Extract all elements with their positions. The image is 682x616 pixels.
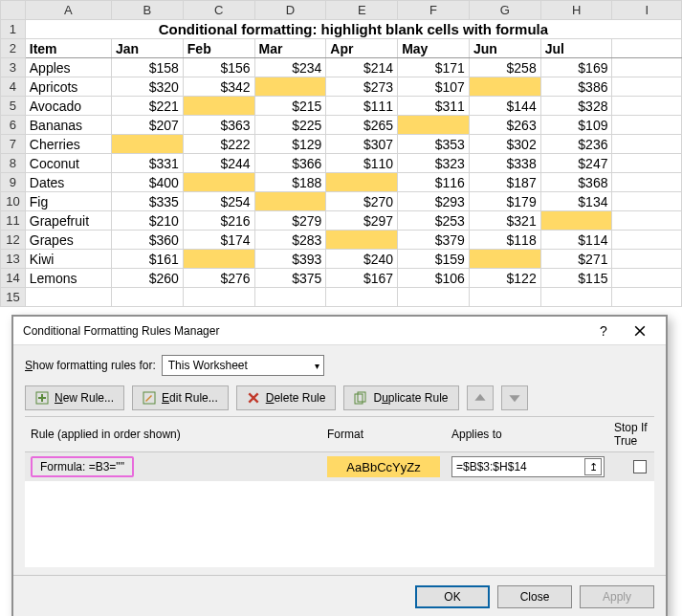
cell[interactable]: $360 (112, 231, 184, 250)
column-header[interactable]: C (183, 1, 254, 20)
cell[interactable]: Item (25, 39, 111, 58)
row-header[interactable]: 7 (1, 135, 26, 154)
new-rule-button[interactable]: New Rule... (25, 385, 124, 410)
cell[interactable]: $273 (326, 77, 398, 97)
cell[interactable]: $122 (469, 269, 540, 288)
row-header[interactable]: 14 (1, 269, 26, 288)
cell[interactable]: Mar (254, 39, 326, 58)
cell[interactable]: $110 (326, 154, 398, 173)
move-down-button[interactable] (501, 385, 528, 410)
column-header[interactable]: D (254, 1, 326, 20)
cell[interactable]: $179 (469, 192, 540, 211)
sheet-title[interactable]: Conditional formatting: highlight blank … (25, 20, 681, 39)
cell[interactable]: $297 (326, 211, 398, 231)
row-header[interactable]: 6 (1, 116, 26, 135)
cell[interactable]: Bananas (25, 116, 111, 135)
cell[interactable]: $331 (112, 154, 184, 173)
cell[interactable]: $283 (254, 231, 326, 250)
cell[interactable]: $271 (540, 250, 612, 269)
row-header[interactable]: 4 (1, 77, 26, 97)
column-header[interactable]: G (469, 1, 540, 20)
cell[interactable]: $320 (112, 77, 184, 97)
help-button[interactable]: ? (585, 319, 622, 343)
dialog-titlebar[interactable]: Conditional Formatting Rules Manager ? (13, 317, 666, 345)
apply-button[interactable]: Apply (580, 585, 654, 608)
row-header[interactable]: 13 (1, 250, 26, 269)
cell[interactable]: Fig (25, 192, 111, 211)
applies-to-input[interactable]: =$B$3:$H$14 ↥ (451, 456, 605, 477)
rule-row[interactable]: Formula: =B3="" AaBbCcYyZz =$B$3:$H$14 ↥ (25, 452, 654, 481)
row-header[interactable]: 11 (1, 211, 26, 231)
cell[interactable]: Grapes (25, 231, 111, 250)
cell[interactable]: $293 (398, 192, 470, 211)
cell[interactable]: $263 (469, 116, 540, 135)
cell[interactable]: $167 (326, 269, 398, 288)
cell[interactable]: Lemons (25, 269, 111, 288)
cell[interactable]: Cherries (25, 135, 111, 154)
cell[interactable] (183, 97, 254, 116)
cell[interactable]: $188 (254, 173, 326, 192)
cell[interactable]: $363 (183, 116, 254, 135)
cell[interactable]: $328 (540, 97, 612, 116)
cell[interactable]: $338 (469, 154, 540, 173)
cell[interactable]: $134 (540, 192, 612, 211)
move-up-button[interactable] (467, 385, 494, 410)
row-header[interactable]: 5 (1, 97, 26, 116)
cell[interactable]: $116 (398, 173, 470, 192)
cell[interactable]: Coconut (25, 154, 111, 173)
cell[interactable]: $302 (469, 135, 540, 154)
cell[interactable]: May (398, 39, 470, 58)
column-header[interactable]: E (326, 1, 398, 20)
cell[interactable]: $156 (183, 58, 254, 77)
cell[interactable]: $216 (183, 211, 254, 231)
cell[interactable]: $210 (112, 211, 184, 231)
cell[interactable]: $159 (398, 250, 470, 269)
cell[interactable]: $144 (469, 97, 540, 116)
row-header[interactable]: 9 (1, 173, 26, 192)
cell[interactable]: $221 (112, 97, 184, 116)
cell[interactable] (326, 173, 398, 192)
cell[interactable]: $265 (326, 116, 398, 135)
cell[interactable]: Apples (25, 58, 111, 77)
cell[interactable]: Apricots (25, 77, 111, 97)
cell[interactable] (398, 116, 470, 135)
range-picker-icon[interactable]: ↥ (584, 458, 602, 475)
close-button[interactable]: Close (497, 585, 572, 608)
cell[interactable]: $368 (540, 173, 612, 192)
cell[interactable]: $174 (183, 231, 254, 250)
row-header[interactable]: 1 (1, 20, 26, 39)
row-header[interactable]: 8 (1, 154, 26, 173)
column-header[interactable]: F (398, 1, 470, 20)
cell[interactable]: $187 (469, 173, 540, 192)
cell[interactable]: $386 (540, 77, 612, 97)
stop-if-true-checkbox[interactable] (633, 460, 647, 473)
delete-rule-button[interactable]: Delete Rule (236, 385, 337, 410)
cell[interactable]: $323 (398, 154, 470, 173)
cell[interactable]: Jul (540, 39, 612, 58)
cell[interactable]: Kiwi (25, 250, 111, 269)
row-header[interactable]: 3 (1, 58, 26, 77)
cell[interactable]: $247 (540, 154, 612, 173)
cell[interactable]: $236 (540, 135, 612, 154)
cell[interactable] (254, 77, 326, 97)
spreadsheet-grid[interactable]: ABCDEFGHI 1 Conditional formatting: high… (0, 0, 682, 307)
row-header[interactable]: 15 (1, 288, 26, 307)
cell[interactable]: $225 (254, 116, 326, 135)
duplicate-rule-button[interactable]: Duplicate Rule (343, 385, 458, 410)
cell[interactable]: $270 (326, 192, 398, 211)
cell[interactable]: Grapefruit (25, 211, 111, 231)
column-header[interactable]: B (112, 1, 184, 20)
cell[interactable]: Apr (326, 39, 398, 58)
cell[interactable]: Dates (25, 173, 111, 192)
cell[interactable]: $342 (183, 77, 254, 97)
cell[interactable]: $107 (398, 77, 470, 97)
cell[interactable]: Jan (112, 39, 184, 58)
cell[interactable]: $311 (398, 97, 470, 116)
cell[interactable]: $106 (398, 269, 470, 288)
column-header[interactable] (1, 1, 26, 20)
cell[interactable]: $169 (540, 58, 612, 77)
row-header[interactable]: 2 (1, 39, 26, 58)
cell[interactable]: $321 (469, 211, 540, 231)
cell[interactable] (183, 250, 254, 269)
cell[interactable]: $353 (398, 135, 470, 154)
